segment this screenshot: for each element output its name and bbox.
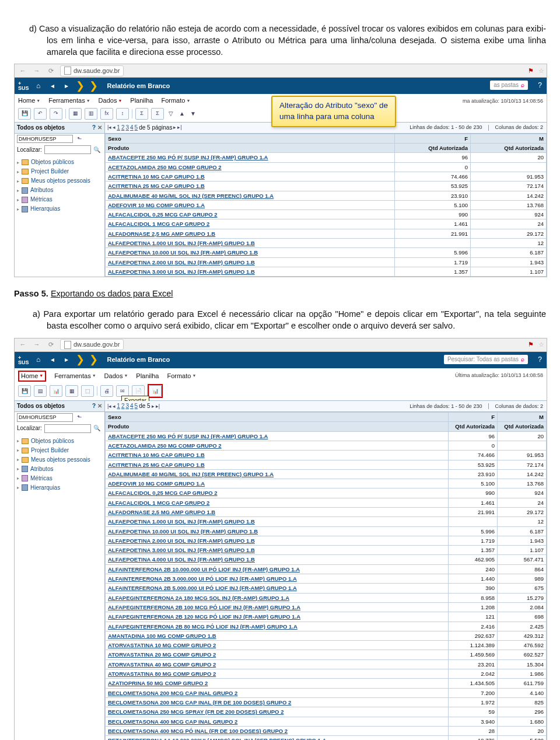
close-icon[interactable]: ✕ — [97, 403, 102, 409]
cell-product[interactable]: BECLOMETASONA 200 MCG CAP INAL GRUPO 2 — [106, 688, 449, 697]
tb-icon-5[interactable]: ⬚ — [81, 385, 94, 397]
cell-product[interactable]: ALFAINTERFERONA 2B 3.000.000 UI PÓ LIOF … — [106, 574, 449, 584]
tree-item[interactable]: ▸Objetos públicos — [17, 437, 102, 446]
cell-product[interactable]: ALFACALCIDOL 0,25 MCG CAP GRUPO 2 — [106, 210, 395, 219]
menu-home-boxed[interactable]: Home ▼ — [18, 371, 46, 382]
cell-product[interactable]: ALFAEPOETINA 10.000 UI SOL INJ (FR-AMP) … — [106, 248, 395, 257]
cell-product[interactable]: BECLOMETASONA 400 MCG CAP INAL GRUPO 2 — [106, 717, 449, 726]
next-page-icon[interactable]: ▸ — [173, 124, 176, 131]
menu-format[interactable]: Formato ▼ — [161, 96, 190, 105]
cell-product[interactable]: ALFACALCIDOL 1 MCG CAP GRUPO 2 — [106, 219, 395, 229]
cell-product[interactable]: ALFAEPOETINA 1.000 UI SOL INJ (FR-AMP) G… — [106, 517, 449, 526]
tb-icon-4[interactable]: ▦ — [65, 385, 78, 397]
help-small-icon[interactable]: ? — [92, 124, 96, 131]
tb-chart-icon[interactable]: ▥ — [85, 108, 97, 120]
cell-product[interactable]: ADALIMUMABE 40 MG/ML SOL INJ (SER PREENC… — [106, 469, 449, 479]
cell-product[interactable]: ALFAPEGINTERFERONA 2B 100 MCG PÓ LIOF IN… — [106, 602, 449, 612]
bookmark-flag-icon[interactable]: ⚑ — [528, 340, 534, 349]
search-icon[interactable]: ⌕ — [521, 355, 524, 364]
star-icon[interactable]: ☆ — [538, 340, 544, 349]
menu-data[interactable]: Dados ▼ — [99, 96, 123, 105]
expand-icon[interactable]: ▸ — [17, 475, 19, 481]
cell-product[interactable]: BECLOMETASONA 250 MCG SPRAY (FR DE 200 D… — [106, 707, 449, 717]
cell-product[interactable]: ABATACEPTE 250 MG PÓ P/ SUSP INJ (FR-AMP… — [106, 153, 395, 162]
cell-product[interactable]: BECLOMETASONA 200 MCG CAP INAL (FR DE 10… — [106, 697, 449, 707]
forward-icon[interactable]: → — [32, 340, 41, 350]
cell-product[interactable]: ADALIMUMABE 40 MG/ML SOL INJ (SER PREENC… — [106, 191, 395, 200]
cell-product[interactable]: ACETAZOLAMIDA 250 MG COMP GRUPO 2 — [106, 441, 449, 450]
cell-product[interactable]: ALFACALCIDOL 1 MCG CAP GRUPO 2 — [106, 498, 449, 507]
expand-icon[interactable]: ▸ — [17, 456, 19, 463]
page-3[interactable]: 3 — [125, 402, 129, 410]
cell-product[interactable]: ATORVASTATINA 80 MG COMP GRUPO 2 — [106, 669, 449, 679]
nav-back-icon[interactable]: ◂ — [48, 355, 57, 365]
tree-item[interactable]: ▸Project Builder — [17, 446, 102, 455]
nav-fwd-icon[interactable]: ▸ — [62, 355, 71, 365]
menu-sheet[interactable]: Planilha — [136, 372, 159, 381]
help-small-icon[interactable]: ? — [92, 403, 96, 409]
search-small-icon[interactable]: 🔍 — [93, 146, 100, 154]
url-bar[interactable]: dw.saude.gov.br — [60, 65, 124, 76]
tree-item[interactable]: ▸Meus objetos pessoais — [17, 455, 102, 465]
header-search[interactable]: as pastas ⌕ — [490, 81, 528, 90]
tb-pdf-icon[interactable]: 📄 — [132, 385, 145, 397]
go-up-icon[interactable]: ⬑ — [75, 135, 83, 143]
breadcrumb-report[interactable]: Relatório em Branco — [103, 81, 175, 92]
cell-product[interactable]: BECLOMETASONA 400 MCG PÓ INAL (FR DE 100… — [106, 726, 449, 735]
cell-product[interactable]: ATORVASTATINA 40 MG COMP GRUPO 2 — [106, 659, 449, 669]
toolbar-export-boxed[interactable]: 📊 — [148, 384, 163, 398]
tb-save-icon[interactable]: 💾 — [18, 108, 31, 120]
menu-tools[interactable]: Ferramentas ▼ — [54, 372, 96, 381]
cell-product[interactable]: ALFAEPOETINA 3.000 UI SOL INJ (FR-AMP) G… — [106, 267, 395, 276]
page-2[interactable]: 2 — [121, 402, 125, 410]
tree-item[interactable]: ▸Project Builder — [17, 167, 102, 176]
cell-product[interactable]: ALFAEPOETINA 2.000 UI SOL INJ (FR-AMP) G… — [106, 536, 449, 545]
bookmark-flag-icon[interactable]: ⚑ — [528, 67, 534, 75]
tb-desc-icon[interactable]: ▼ — [189, 110, 197, 118]
tb-mail-icon[interactable]: ✉ — [116, 385, 129, 397]
sidebar-search-input[interactable] — [44, 145, 91, 154]
cell-product[interactable]: ACITRETINA 10 MG CAP GRUPO 1.B — [106, 451, 449, 460]
project-select[interactable]: DMHORUSESP — [17, 135, 73, 144]
cell-product[interactable]: ATORVASTATINA 10 MG COMP GRUPO 2 — [106, 641, 449, 650]
cell-product[interactable]: ADEFOVIR 10 MG COMP GRUPO 1.A — [106, 200, 395, 210]
tb-redo-icon[interactable]: ↷ — [50, 108, 62, 120]
tb-icon-3[interactable]: 📊 — [50, 385, 62, 397]
cell-product[interactable]: ADEFOVIR 10 MG COMP GRUPO 1.A — [106, 479, 449, 488]
tb-export-icon[interactable]: 📊 — [149, 385, 162, 397]
cell-product[interactable]: AZATIOPRINA 50 MG COMP GRUPO 2 — [106, 679, 449, 688]
page-4[interactable]: 4 — [130, 124, 134, 132]
reload-icon[interactable]: ⟳ — [46, 66, 55, 75]
search-small-icon[interactable]: 🔍 — [93, 424, 100, 432]
back-icon[interactable]: ← — [18, 66, 27, 75]
tree-item[interactable]: ▸Atributos — [17, 465, 102, 474]
tb-asc-icon[interactable]: ▲ — [178, 110, 186, 118]
cell-product[interactable]: ALFACALCIDOL 0,25 MCG CAP GRUPO 2 — [106, 488, 449, 498]
expand-icon[interactable]: ▸ — [17, 438, 19, 444]
tree-item[interactable]: ▸Métricas — [17, 474, 102, 483]
prev-page-icon[interactable]: ◂ — [113, 403, 116, 410]
expand-icon[interactable]: ▸ — [17, 169, 19, 175]
expand-icon[interactable]: ▸ — [17, 447, 19, 453]
first-page-icon[interactable]: |◂ — [107, 124, 111, 131]
cell-product[interactable]: AMANTADINA 100 MG COMP GRUPO 1.B — [106, 631, 449, 640]
cell-product[interactable]: ALFAPEGINTERFERONA 2A 180 MCG SOL INJ (F… — [106, 593, 449, 602]
tree-item[interactable]: ▸Objetos públicos — [17, 158, 102, 167]
nav-fwd-icon[interactable]: ▸ — [62, 81, 71, 90]
tree-item[interactable]: ▸Meus objetos pessoais — [17, 176, 102, 186]
cell-product[interactable]: BETAINTERFERONA 1A 12.000.000UI (44MCG) … — [106, 736, 449, 740]
expand-icon[interactable]: ▸ — [17, 187, 19, 194]
page-4[interactable]: 4 — [130, 402, 134, 410]
sidebar-search-input[interactable] — [44, 424, 91, 433]
first-page-icon[interactable]: |◂ — [107, 403, 111, 410]
cell-product[interactable]: ABATACEPTE 250 MG PÓ P/ SUSP INJ (FR-AMP… — [106, 431, 449, 441]
home-icon[interactable]: ⌂ — [34, 81, 43, 90]
page-5[interactable]: 5 — [135, 124, 138, 132]
tb-sigma2-icon[interactable]: Σ — [151, 108, 164, 120]
menu-tools[interactable]: Ferramentas ▼ — [48, 96, 90, 105]
cell-product[interactable]: ALFAEPOETINA 10.000 UI SOL INJ (FR-AMP) … — [106, 526, 449, 536]
home-icon[interactable]: ⌂ — [34, 355, 43, 365]
page-5[interactable]: 5 — [135, 402, 138, 410]
tb-print-icon[interactable]: 🖨 — [100, 385, 113, 397]
tb-undo-icon[interactable]: ↶ — [34, 108, 47, 120]
